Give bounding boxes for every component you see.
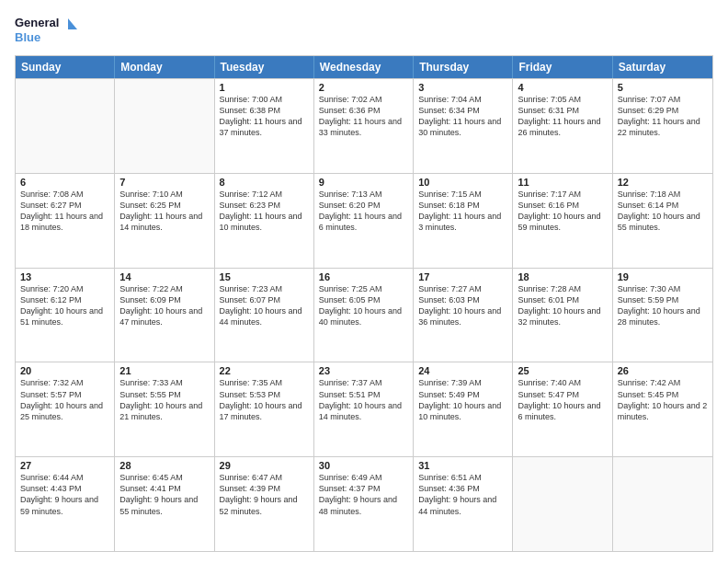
week-row-1: 1 Sunrise: 7:00 AMSunset: 6:38 PMDayligh… <box>16 78 712 173</box>
header-cell-monday: Monday <box>115 56 214 78</box>
cell-details: Sunrise: 7:30 AMSunset: 5:59 PMDaylight:… <box>618 283 708 328</box>
header-cell-tuesday: Tuesday <box>215 56 314 78</box>
day-number: 9 <box>319 177 408 188</box>
cell-details: Sunrise: 7:22 AMSunset: 6:09 PMDaylight:… <box>119 283 209 328</box>
day-number: 3 <box>418 82 507 93</box>
svg-text:Blue: Blue <box>15 30 40 44</box>
cell-details: Sunrise: 7:28 AMSunset: 6:01 PMDaylight:… <box>518 283 607 328</box>
day-number: 16 <box>319 271 408 282</box>
day-number: 21 <box>119 365 209 376</box>
day-number: 7 <box>119 177 209 188</box>
day-number: 27 <box>20 460 109 471</box>
day-number: 30 <box>319 460 408 471</box>
week-row-2: 6 Sunrise: 7:08 AMSunset: 6:27 PMDayligh… <box>16 173 712 268</box>
calendar-cell <box>513 457 612 551</box>
svg-text:General: General <box>15 16 59 29</box>
day-number: 23 <box>319 365 408 376</box>
day-number: 19 <box>618 271 708 282</box>
calendar-cell: 3 Sunrise: 7:04 AMSunset: 6:34 PMDayligh… <box>414 79 513 173</box>
cell-details: Sunrise: 6:51 AMSunset: 4:36 PMDaylight:… <box>418 472 507 517</box>
day-number: 31 <box>418 460 507 471</box>
day-number: 13 <box>20 271 109 282</box>
cell-details: Sunrise: 7:20 AMSunset: 6:12 PMDaylight:… <box>20 283 109 328</box>
day-number: 8 <box>220 177 309 188</box>
cell-details: Sunrise: 7:33 AMSunset: 5:55 PMDaylight:… <box>119 377 209 422</box>
cell-details: Sunrise: 7:02 AMSunset: 6:36 PMDaylight:… <box>319 94 408 139</box>
day-number: 26 <box>618 365 708 376</box>
calendar-cell: 1 Sunrise: 7:00 AMSunset: 6:38 PMDayligh… <box>215 79 314 173</box>
cell-details: Sunrise: 6:47 AMSunset: 4:39 PMDaylight:… <box>220 472 309 517</box>
calendar-cell: 9 Sunrise: 7:13 AMSunset: 6:20 PMDayligh… <box>314 174 414 268</box>
calendar-body: 1 Sunrise: 7:00 AMSunset: 6:38 PMDayligh… <box>16 78 712 551</box>
cell-details: Sunrise: 7:39 AMSunset: 5:49 PMDaylight:… <box>418 377 507 422</box>
calendar-cell <box>613 457 712 551</box>
calendar-cell: 21 Sunrise: 7:33 AMSunset: 5:55 PMDaylig… <box>115 362 214 456</box>
calendar-cell: 22 Sunrise: 7:35 AMSunset: 5:53 PMDaylig… <box>215 362 314 456</box>
week-row-4: 20 Sunrise: 7:32 AMSunset: 5:57 PMDaylig… <box>16 362 712 456</box>
cell-details: Sunrise: 7:10 AMSunset: 6:25 PMDaylight:… <box>119 189 209 234</box>
cell-details: Sunrise: 7:15 AMSunset: 6:18 PMDaylight:… <box>418 189 507 234</box>
day-number: 5 <box>618 82 708 93</box>
calendar-cell: 29 Sunrise: 6:47 AMSunset: 4:39 PMDaylig… <box>215 457 314 551</box>
calendar-cell: 19 Sunrise: 7:30 AMSunset: 5:59 PMDaylig… <box>613 269 712 362</box>
day-number: 29 <box>220 460 309 471</box>
calendar-cell: 17 Sunrise: 7:27 AMSunset: 6:03 PMDaylig… <box>414 269 513 362</box>
logo: General Blue <box>15 11 79 48</box>
header-cell-saturday: Saturday <box>613 56 712 78</box>
day-number: 15 <box>220 271 309 282</box>
calendar-cell: 16 Sunrise: 7:25 AMSunset: 6:05 PMDaylig… <box>314 269 414 362</box>
cell-details: Sunrise: 7:42 AMSunset: 5:45 PMDaylight:… <box>618 377 708 422</box>
header-cell-friday: Friday <box>513 56 612 78</box>
day-number: 28 <box>119 460 209 471</box>
calendar-cell: 30 Sunrise: 6:49 AMSunset: 4:37 PMDaylig… <box>314 457 414 551</box>
cell-details: Sunrise: 7:08 AMSunset: 6:27 PMDaylight:… <box>20 189 109 234</box>
calendar-cell: 15 Sunrise: 7:23 AMSunset: 6:07 PMDaylig… <box>215 269 314 362</box>
cell-details: Sunrise: 7:12 AMSunset: 6:23 PMDaylight:… <box>220 189 309 234</box>
cell-details: Sunrise: 7:17 AMSunset: 6:16 PMDaylight:… <box>518 189 607 234</box>
cell-details: Sunrise: 7:32 AMSunset: 5:57 PMDaylight:… <box>20 377 109 422</box>
calendar-cell: 10 Sunrise: 7:15 AMSunset: 6:18 PMDaylig… <box>414 174 513 268</box>
calendar-cell: 4 Sunrise: 7:05 AMSunset: 6:31 PMDayligh… <box>513 79 612 173</box>
header-cell-sunday: Sunday <box>16 56 115 78</box>
cell-details: Sunrise: 7:27 AMSunset: 6:03 PMDaylight:… <box>418 283 507 328</box>
calendar-cell: 20 Sunrise: 7:32 AMSunset: 5:57 PMDaylig… <box>16 362 115 456</box>
calendar-cell: 6 Sunrise: 7:08 AMSunset: 6:27 PMDayligh… <box>16 174 115 268</box>
calendar-cell: 18 Sunrise: 7:28 AMSunset: 6:01 PMDaylig… <box>513 269 612 362</box>
cell-details: Sunrise: 7:37 AMSunset: 5:51 PMDaylight:… <box>319 377 408 422</box>
calendar-cell: 26 Sunrise: 7:42 AMSunset: 5:45 PMDaylig… <box>613 362 712 456</box>
cell-details: Sunrise: 7:13 AMSunset: 6:20 PMDaylight:… <box>319 189 408 234</box>
day-number: 20 <box>20 365 109 376</box>
calendar-cell: 12 Sunrise: 7:18 AMSunset: 6:14 PMDaylig… <box>613 174 712 268</box>
cell-details: Sunrise: 7:07 AMSunset: 6:29 PMDaylight:… <box>618 94 708 139</box>
calendar-cell: 13 Sunrise: 7:20 AMSunset: 6:12 PMDaylig… <box>16 269 115 362</box>
week-row-3: 13 Sunrise: 7:20 AMSunset: 6:12 PMDaylig… <box>16 268 712 362</box>
cell-details: Sunrise: 7:35 AMSunset: 5:53 PMDaylight:… <box>220 377 309 422</box>
cell-details: Sunrise: 7:25 AMSunset: 6:05 PMDaylight:… <box>319 283 408 328</box>
calendar-cell: 11 Sunrise: 7:17 AMSunset: 6:16 PMDaylig… <box>513 174 612 268</box>
calendar-cell: 31 Sunrise: 6:51 AMSunset: 4:36 PMDaylig… <box>414 457 513 551</box>
logo-svg: General Blue <box>15 11 79 48</box>
calendar-cell <box>16 79 115 173</box>
calendar-cell: 8 Sunrise: 7:12 AMSunset: 6:23 PMDayligh… <box>215 174 314 268</box>
header-cell-thursday: Thursday <box>414 56 513 78</box>
calendar-cell: 23 Sunrise: 7:37 AMSunset: 5:51 PMDaylig… <box>314 362 414 456</box>
cell-details: Sunrise: 6:45 AMSunset: 4:41 PMDaylight:… <box>119 472 209 517</box>
day-number: 14 <box>119 271 209 282</box>
cell-details: Sunrise: 7:04 AMSunset: 6:34 PMDaylight:… <box>418 94 507 139</box>
day-number: 1 <box>220 82 309 93</box>
day-number: 12 <box>618 177 708 188</box>
day-number: 22 <box>220 365 309 376</box>
calendar-cell <box>115 79 214 173</box>
day-number: 24 <box>418 365 507 376</box>
day-number: 2 <box>319 82 408 93</box>
week-row-5: 27 Sunrise: 6:44 AMSunset: 4:43 PMDaylig… <box>16 456 712 551</box>
day-number: 6 <box>20 177 109 188</box>
day-number: 11 <box>518 177 607 188</box>
day-number: 4 <box>518 82 607 93</box>
cell-details: Sunrise: 7:05 AMSunset: 6:31 PMDaylight:… <box>518 94 607 139</box>
cell-details: Sunrise: 7:23 AMSunset: 6:07 PMDaylight:… <box>220 283 309 328</box>
day-number: 10 <box>418 177 507 188</box>
header-cell-wednesday: Wednesday <box>314 56 414 78</box>
day-number: 17 <box>418 271 507 282</box>
header: General Blue <box>15 11 713 48</box>
